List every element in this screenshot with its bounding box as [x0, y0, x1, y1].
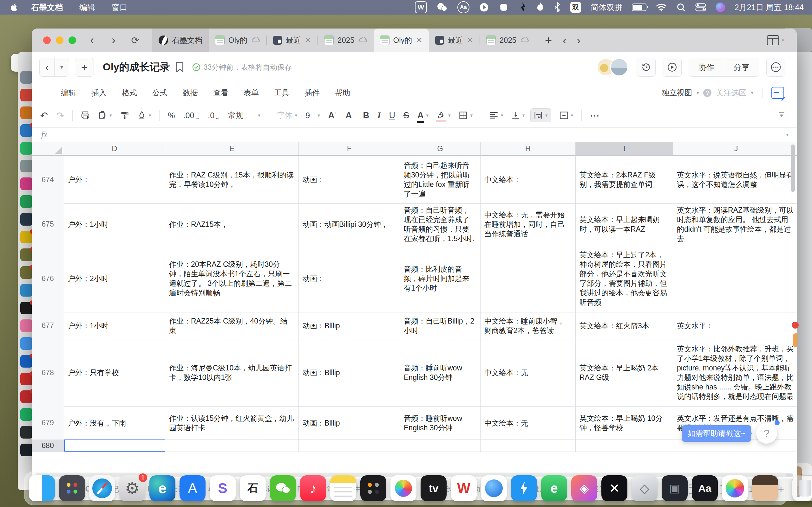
control-center-icon[interactable] — [695, 2, 706, 13]
dock-gradient-app-icon[interactable]: ◈ — [571, 475, 597, 501]
dock-app-store-icon[interactable]: A — [180, 475, 206, 501]
cell-D676[interactable]: 户外：2小时 — [64, 245, 165, 313]
cell-J675[interactable]: 英文水平：朗读RAZ基础级别，可以时态和单复数的应用。 他过去式用的didn't… — [673, 204, 797, 245]
bold-button[interactable]: B — [363, 111, 369, 120]
close-tab-icon[interactable]: ✕ — [416, 36, 422, 45]
column-header-J[interactable]: J — [673, 142, 797, 156]
cell-I676[interactable]: 英文绘本：早上过了2本，神奇树屋的绘本，只看图片部分，他还是不喜欢光听文字部分，… — [576, 245, 673, 313]
formula-bar-expand-icon[interactable]: ▾ — [786, 132, 789, 137]
close-tab-icon[interactable]: ✕ — [467, 36, 473, 45]
cell-H675[interactable]: 中文绘本：无，需要开始在睡前增加，同时，自己当作练普通话 — [480, 204, 576, 245]
menu-app-name[interactable]: 石墨文档 — [31, 2, 63, 13]
paste-format-button[interactable]: ▾ — [98, 111, 112, 120]
number-format-select[interactable]: 常规▾ — [228, 110, 260, 120]
menu-edit[interactable]: 编辑 — [79, 2, 95, 13]
cell-D674[interactable]: 户外： — [64, 156, 165, 204]
row-header-679[interactable]: 679 — [32, 406, 64, 440]
menu-item-插入[interactable]: 插入 — [91, 88, 107, 98]
cell-I674[interactable]: 英文绘本：2本RAZ F级别，我需要提前查单词 — [576, 156, 673, 204]
dock-calculator-icon[interactable] — [360, 475, 386, 501]
menu-item-数据[interactable]: 数据 — [183, 88, 198, 98]
cell-I680[interactable] — [576, 440, 673, 452]
dock-apple-tv-icon[interactable]: tv — [420, 475, 447, 501]
form-view-icon[interactable] — [771, 87, 784, 99]
wps-status-icon[interactable]: W — [415, 1, 427, 13]
select-all-corner[interactable] — [32, 142, 64, 156]
cell-D679[interactable]: 户外：没有，下雨 — [64, 406, 165, 440]
dock-edge-icon[interactable]: e — [149, 475, 175, 501]
undo-button[interactable]: ↶ — [40, 110, 48, 121]
doc-back-dropdown-icon[interactable]: ▾ — [54, 58, 69, 76]
cell-D677[interactable]: 户外：1小时 — [64, 312, 165, 339]
play-status-icon[interactable] — [479, 2, 489, 13]
increase-font-button[interactable]: A+ — [328, 111, 338, 120]
font-size-select[interactable]: 9▾ — [305, 111, 320, 120]
background-app-icon[interactable] — [20, 373, 33, 385]
horizontal-align-button[interactable]: ▾ — [490, 112, 503, 119]
collaborator-avatars[interactable] — [597, 58, 628, 76]
cell-G676[interactable]: 音频：比利皮的音频，碎片时间加起来有1个小时 — [400, 245, 480, 313]
apple-menu-icon[interactable] — [9, 3, 19, 12]
column-header-H[interactable]: H — [480, 142, 576, 156]
menu-window[interactable]: 窗口 — [112, 2, 128, 13]
cell-G678[interactable]: 音频：睡前听wow English 30分钟 — [400, 339, 480, 406]
dock-quark-icon[interactable] — [481, 475, 507, 501]
cell-J674[interactable]: 英文水平：说英语很自然，但明显有误，这个不知道怎么调整 — [673, 156, 797, 204]
evernote-status-icon[interactable] — [499, 2, 509, 13]
merge-cells-button[interactable]: ▾ — [560, 111, 573, 119]
browser-tab[interactable]: 最近✕ — [429, 29, 479, 52]
input-method-icon[interactable]: 双 — [570, 2, 581, 13]
cell-G680[interactable] — [400, 440, 480, 452]
percent-format-button[interactable]: % — [168, 111, 175, 120]
browser-tab[interactable]: Oly的 — [209, 29, 266, 52]
dock-translate-app-icon[interactable]: Aa — [692, 475, 718, 501]
menu-item-编辑[interactable]: 编辑 — [61, 88, 76, 98]
present-button[interactable] — [663, 58, 681, 77]
dock-photos-icon[interactable] — [722, 475, 748, 501]
cell-F680[interactable] — [299, 440, 400, 452]
dock-sketch-app-icon[interactable]: ◇ — [631, 475, 658, 501]
follow-selection-button[interactable]: 关注选区 — [716, 88, 746, 98]
doc-back-icon[interactable]: ‹ — [40, 58, 54, 76]
cell-E678[interactable]: 作业：海尼曼C级10本，幼儿园英语打卡，数学10以内1张 — [165, 339, 299, 406]
increase-decimal-button[interactable]: .00→ — [183, 111, 200, 120]
dock-trash-icon[interactable] — [792, 475, 812, 501]
borders-button[interactable]: ▾ — [459, 111, 473, 120]
format-painter-button[interactable] — [120, 111, 129, 120]
cell-E676[interactable]: 作业：20本RAZ C级别，耗时30分钟，陌生单词没本书1个左右，只刷一遍就过了… — [165, 245, 299, 313]
browser-tab[interactable]: 2025 — [480, 29, 536, 52]
menu-item-公式[interactable]: 公式 — [152, 88, 167, 98]
background-app-icon[interactable] — [20, 107, 33, 119]
dock-notes-icon[interactable] — [330, 475, 356, 501]
cell-F678[interactable]: 动画：Blllip — [299, 339, 400, 406]
browser-tab[interactable]: 2025 — [318, 29, 373, 52]
independent-view-button[interactable]: 独立视图 — [662, 88, 692, 98]
collaborate-button[interactable]: 协作 — [689, 58, 724, 76]
background-app-icon[interactable] — [20, 390, 33, 403]
cell-E680[interactable] — [165, 440, 299, 452]
pin-status-icon[interactable] — [518, 2, 526, 13]
menu-item-查看[interactable]: 查看 — [213, 88, 229, 98]
tabs-scroll-left-icon[interactable]: ‹ — [563, 35, 566, 46]
dock-wechat-icon[interactable] — [270, 475, 296, 501]
font-color-button[interactable]: A▾ — [417, 111, 428, 120]
help-button[interactable]: ? — [756, 423, 777, 444]
background-app-icon[interactable] — [20, 320, 33, 332]
clear-format-button[interactable]: ▾ — [137, 111, 151, 120]
menu-item-格式[interactable]: 格式 — [122, 88, 137, 98]
dock-dark-app-icon[interactable]: ▣ — [662, 475, 688, 501]
dock-user-avatar-icon[interactable] — [752, 475, 778, 501]
wechat-status-icon[interactable] — [437, 2, 448, 13]
menu-item-表单[interactable]: 表单 — [244, 88, 259, 98]
translate-status-icon[interactable]: Aa — [457, 1, 469, 13]
background-app-icon[interactable] — [20, 355, 33, 368]
text-wrap-button[interactable]: ▾ — [530, 108, 551, 122]
more-button[interactable] — [766, 58, 785, 77]
nav-back-icon[interactable]: ‹ — [86, 34, 98, 47]
background-app-icon[interactable] — [20, 124, 33, 137]
vertical-scrollbar[interactable] — [791, 145, 795, 192]
dock-evernote-icon[interactable]: e — [541, 475, 567, 501]
column-header-I[interactable]: I — [576, 142, 673, 156]
background-app-icon[interactable] — [20, 177, 33, 190]
cell-I678[interactable]: 英文绘本：早上喝奶 2本 RAZ G级 — [576, 339, 673, 406]
